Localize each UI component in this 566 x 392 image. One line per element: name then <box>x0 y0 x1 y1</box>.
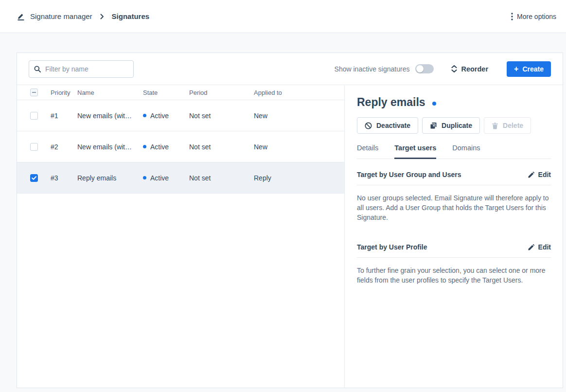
signature-title: Reply emails <box>357 96 425 109</box>
row-name: New emails (wit… <box>77 143 143 151</box>
row-applied-to: New <box>254 112 344 120</box>
search-icon <box>34 66 41 72</box>
reorder-icon <box>451 65 457 72</box>
active-dot-icon <box>143 114 146 117</box>
filter-search-box[interactable] <box>29 60 134 78</box>
column-applied-to: Applied to <box>254 89 344 96</box>
deactivate-label: Deactivate <box>376 122 410 129</box>
breadcrumb-current-label: Signatures <box>112 12 150 20</box>
duplicate-button[interactable]: Duplicate <box>422 117 480 134</box>
plus-icon: + <box>514 65 518 73</box>
column-period: Period <box>189 89 254 96</box>
user-group-description: No user groups selected. Email Signature… <box>357 193 551 222</box>
more-options-label: More options <box>517 13 556 20</box>
row-period: Not set <box>189 174 254 182</box>
section-title: Target by User Profile <box>357 243 427 251</box>
tab-target-users[interactable]: Target users <box>394 144 436 159</box>
deactivate-icon <box>365 122 372 129</box>
row-priority: #3 <box>51 174 77 182</box>
row-checkbox-checked[interactable] <box>30 174 38 182</box>
toggle-knob <box>416 65 424 72</box>
action-buttons: Deactivate Duplicate <box>357 117 551 134</box>
row-state: Active <box>143 143 189 151</box>
show-inactive-label: Show inactive signatures <box>335 65 410 73</box>
duplicate-label: Duplicate <box>442 122 472 129</box>
delete-label: Delete <box>503 122 523 129</box>
row-checkbox[interactable] <box>30 112 38 120</box>
row-period: Not set <box>189 143 254 151</box>
signature-detail-panel: Reply emails Deactivate <box>345 85 563 388</box>
section-target-user-profile: Target by User Profile Edit To further f… <box>357 236 551 285</box>
reorder-label: Reorder <box>461 65 488 73</box>
row-priority: #2 <box>51 143 77 151</box>
show-inactive-toggle[interactable] <box>415 64 434 73</box>
tab-details[interactable]: Details <box>357 144 378 159</box>
row-checkbox[interactable] <box>30 143 38 151</box>
kebab-menu-icon <box>511 13 513 20</box>
row-name: New emails (wit… <box>77 112 143 120</box>
toolbar-right-group: Show inactive signatures Reorder + Creat… <box>335 61 551 77</box>
duplicate-icon <box>430 122 437 129</box>
detail-tabs: Details Target users Domains <box>357 144 551 159</box>
row-priority: #1 <box>51 112 77 120</box>
reorder-button[interactable]: Reorder <box>451 65 488 73</box>
column-name: Name <box>77 89 143 96</box>
top-header: Signature manager Signatures More option… <box>0 0 566 33</box>
table-row-selected[interactable]: #3 Reply emails Active Not set Reply <box>17 162 344 194</box>
edit-user-group-button[interactable]: Edit <box>528 171 551 178</box>
active-dot-icon <box>143 176 146 179</box>
edit-label: Edit <box>538 243 551 251</box>
check-icon <box>32 176 36 180</box>
signatures-panel: Show inactive signatures Reorder + Creat… <box>17 53 563 388</box>
column-state: State <box>143 89 189 96</box>
table-row[interactable]: #2 New emails (wit… Active Not set New <box>17 131 344 162</box>
section-title: Target by User Group and Users <box>357 171 461 178</box>
indeterminate-dash-icon <box>32 92 36 93</box>
create-button[interactable]: + Create <box>507 61 551 77</box>
deactivate-button[interactable]: Deactivate <box>357 117 418 134</box>
tab-domains[interactable]: Domains <box>452 144 480 159</box>
column-priority: Priority <box>51 89 77 96</box>
breadcrumb-signature-manager[interactable]: Signature manager <box>17 12 92 21</box>
signatures-toolbar: Show inactive signatures Reorder + Creat… <box>17 53 563 85</box>
row-state: Active <box>143 174 189 182</box>
table-row[interactable]: #1 New emails (wit… Active Not set New <box>17 100 344 131</box>
pencil-icon <box>528 244 534 250</box>
signatures-table: Priority Name State Period Applied to #1… <box>17 85 345 388</box>
active-status-dot-icon <box>432 102 436 106</box>
row-applied-to: New <box>254 143 344 151</box>
trash-icon <box>492 122 498 129</box>
edit-user-profile-button[interactable]: Edit <box>528 243 551 251</box>
row-name: Reply emails <box>77 174 143 182</box>
breadcrumb-chevron-icon <box>100 14 104 19</box>
create-label: Create <box>522 65 544 73</box>
breadcrumb-parent-label: Signature manager <box>30 12 92 20</box>
filter-by-name-input[interactable] <box>45 65 133 73</box>
delete-button[interactable]: Delete <box>484 117 531 134</box>
card-body: Priority Name State Period Applied to #1… <box>17 85 563 388</box>
row-period: Not set <box>189 112 254 120</box>
table-header-row: Priority Name State Period Applied to <box>17 85 344 100</box>
section-target-user-group: Target by User Group and Users Edit No u… <box>357 164 551 222</box>
pencil-icon <box>528 172 534 178</box>
more-options-button[interactable]: More options <box>511 13 556 20</box>
signature-manager-icon <box>17 12 25 21</box>
active-dot-icon <box>143 145 146 148</box>
edit-label: Edit <box>538 171 551 178</box>
row-applied-to: Reply <box>254 174 344 182</box>
breadcrumb: Signature manager Signatures <box>17 12 149 21</box>
select-all-checkbox[interactable] <box>30 89 38 96</box>
user-profile-description: To further fine grain your selection, yo… <box>357 266 551 285</box>
row-state: Active <box>143 112 189 120</box>
